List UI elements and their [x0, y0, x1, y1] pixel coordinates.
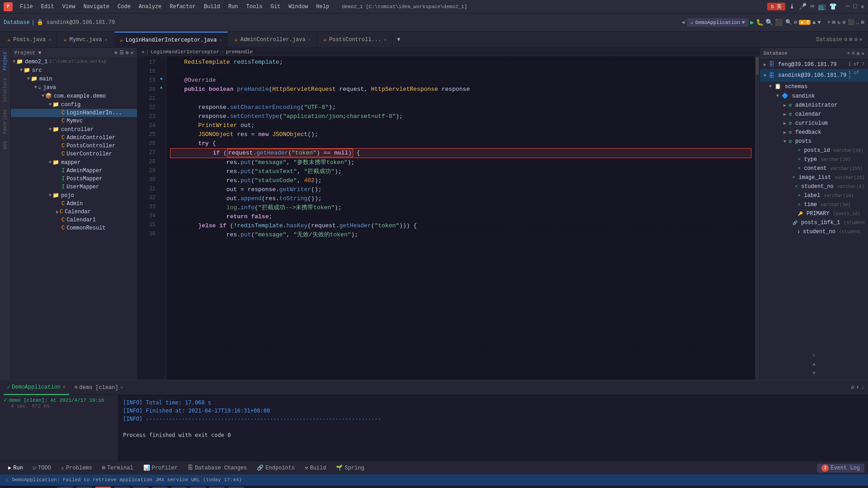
tab-more-btn[interactable]: ▼ [393, 37, 404, 43]
tab-loginhandler-java[interactable]: ☕ LoginHandlerInterceptor.java ✕ [114, 32, 228, 48]
web-panel-btn[interactable]: Web [3, 141, 8, 149]
tree-item-postscontroller[interactable]: C PostsController [11, 142, 137, 150]
tab-admincontroller-java[interactable]: ☕ AdminController.java ✕ [229, 32, 316, 48]
tree-item-postsmapper[interactable]: I PostsMapper [11, 175, 137, 183]
db-col-label[interactable]: ≡ label varchar(10) [760, 191, 868, 200]
taskbar-app1-icon[interactable]: 📁 [114, 487, 130, 488]
minimize-btn[interactable]: ─ [846, 3, 849, 10]
bottom-tab-problems[interactable]: ⚠ Problems [57, 464, 97, 472]
menu-refactor[interactable]: Refactor [166, 3, 199, 11]
db-table-feedback[interactable]: ▶ ⊞ feedback [760, 128, 868, 137]
menu-code[interactable]: Code [114, 3, 134, 11]
run-subtab-demo-clean[interactable]: m demo [clean] ✕ [71, 380, 127, 395]
db-layout-btn[interactable]: ≡ [852, 51, 855, 56]
menu-analyze[interactable]: Analyze [135, 3, 165, 11]
up-arrow-icon[interactable]: ▲ [812, 19, 816, 26]
tree-collapse-btn[interactable]: ☰ [119, 50, 124, 56]
taskbar-app7-icon[interactable]: 👤 [228, 487, 244, 488]
bottom-tab-db-changes[interactable]: 🗄 Database Changes [183, 464, 251, 472]
db-close-btn[interactable]: ✕ [861, 51, 864, 56]
bottom-tab-run[interactable]: ▶ Run [4, 464, 28, 472]
add-icon[interactable]: + [827, 19, 830, 26]
debug-button[interactable]: 🐛 [756, 19, 764, 26]
db-scroll-down[interactable]: ▼ [812, 371, 816, 376]
menu-tools[interactable]: Tools [243, 3, 266, 11]
tree-item-config[interactable]: ▼ 📁 config [11, 100, 137, 109]
tree-item-pojo[interactable]: ▼ 📁 pojo [11, 191, 137, 200]
stop-button[interactable]: ⬛ [775, 19, 783, 26]
tree-item-admin[interactable]: C Admin [11, 200, 137, 208]
console-output[interactable]: [INFO] Total time: 17.068 s [INFO] Finis… [118, 395, 868, 461]
menu-build[interactable]: Build [200, 3, 224, 11]
tree-item-usermapper[interactable]: I UserMapper [11, 183, 137, 191]
close-btn[interactable]: ✕ [861, 3, 864, 10]
run-config-selector[interactable]: ☕ DemoApplication ▼ [687, 18, 749, 27]
more-icon[interactable]: … [856, 19, 859, 26]
db-index-student-no[interactable]: ℹ student_no (student [760, 227, 868, 236]
db-connection-feng[interactable]: ▶ 🗄 feng@39.106.181.79 1 of 7 [760, 60, 868, 69]
db-table-curriculum[interactable]: ▶ ⊞ curriculum [760, 119, 868, 128]
settings-icon[interactable]: ⚙ [842, 19, 845, 26]
run-scroll-end[interactable]: ⬇ [856, 384, 859, 391]
tab-close[interactable]: ✕ [308, 37, 311, 42]
stop-icon[interactable]: ⬛ [848, 19, 854, 26]
tree-item-loginhandler[interactable]: C LoginHandlerIn... [11, 109, 137, 117]
db-schemas-item[interactable]: ▼ 📋 schemas [760, 82, 868, 91]
tree-item-mymvc[interactable]: C Mymvc [11, 117, 137, 125]
bottom-tab-profiler[interactable]: 📊 Profiler [139, 464, 183, 472]
db-connection-sandink[interactable]: ▼ 🗄 sandink@39.106.181.79 1 of 7 [760, 69, 868, 82]
bottom-tab-spring[interactable]: 🌱 Spring [331, 464, 368, 472]
bc-arrow-left[interactable]: ◀ [141, 49, 144, 55]
editor-close[interactable]: ✕ [859, 36, 863, 43]
layout-icon[interactable]: ⊞ [861, 19, 864, 26]
db-table-posts[interactable]: ▼ ⊞ posts [760, 137, 868, 146]
down-arrow-icon[interactable]: ▼ [817, 19, 821, 26]
tab-close[interactable]: ✕ [384, 37, 387, 42]
tab-close[interactable]: ✕ [219, 38, 222, 43]
bottom-tab-build[interactable]: ⚒ Build [300, 464, 330, 472]
menu-navigate[interactable]: Navigate [80, 3, 113, 11]
tree-item-main[interactable]: ▼ 📁 main [11, 75, 137, 83]
db-table-administrator[interactable]: ▶ ⊞ administrator [760, 101, 868, 110]
tree-settings-btn[interactable]: ⚙ [126, 50, 129, 56]
tab-close[interactable]: ✕ [48, 37, 51, 42]
menu-file[interactable]: File [16, 3, 37, 11]
input-method-btn[interactable]: S 英 [767, 3, 785, 10]
project-panel-btn[interactable]: Project [3, 52, 8, 70]
favorites-panel-btn[interactable]: Favorites [3, 109, 8, 134]
tree-item-mapper[interactable]: ▼ 📁 mapper [11, 158, 137, 167]
db-schema-sandink[interactable]: ▼ 🔷 sandink [760, 91, 868, 101]
db-col-type[interactable]: ≡ type varchar(20) [760, 155, 868, 164]
editor-scrollbar[interactable] [755, 56, 760, 380]
tree-item-controller[interactable]: ▼ 📁 controller [11, 125, 137, 134]
coverage-button[interactable]: 🔍 [765, 19, 773, 26]
menu-git[interactable]: Git [267, 3, 284, 11]
db-refresh-btn[interactable]: ↻ [812, 352, 816, 358]
navigate-back-btn[interactable]: ◀ [681, 19, 684, 26]
breadcrumb-database[interactable]: Database [4, 19, 30, 26]
bottom-tab-terminal[interactable]: ⊞ Terminal [98, 464, 138, 472]
db-settings-btn[interactable]: ⚙ [857, 51, 860, 56]
code-lines[interactable]: RedisTemplate redisTemplate; @Override p… [166, 56, 755, 380]
taskbar-app2-icon[interactable]: 🎵 [133, 487, 149, 488]
breadcrumb-connection[interactable]: 🔒 sandink@39.106.181.79 [37, 19, 115, 26]
taskbar-app4-icon[interactable]: 💬 [171, 487, 187, 488]
event-log-btn[interactable]: 3 Event Log [817, 464, 864, 473]
menu-window[interactable]: Window [285, 3, 311, 11]
db-table-calendar[interactable]: ▶ ⊞ calendar [760, 110, 868, 119]
tree-item-calendar1[interactable]: C Calendar1 [11, 216, 137, 224]
tree-locate-btn[interactable]: ⊕ [114, 50, 118, 56]
taskbar-app6-icon[interactable]: 🔧 [209, 487, 225, 488]
editor-settings[interactable]: ⚙ [844, 36, 847, 43]
menu-edit[interactable]: Edit [38, 3, 58, 11]
tab-posts-java[interactable]: ☕ Posts.java ✕ [2, 32, 57, 48]
run-settings-btn[interactable]: ⚙ [851, 384, 854, 391]
editor-layout[interactable]: ⊞ [849, 36, 852, 43]
tree-item-commonresult[interactable]: C CommonResult [11, 224, 137, 232]
taskbar-app5-icon[interactable]: ⚙ [190, 487, 206, 488]
run-download-btn[interactable]: ↓ [861, 385, 864, 391]
tree-item-adminmapper[interactable]: I AdminMapper [11, 167, 137, 175]
menu-run[interactable]: Run [225, 3, 242, 11]
tab-close[interactable]: ✕ [105, 37, 108, 42]
db-col-time[interactable]: ≡ time varchar(30) [760, 200, 868, 209]
